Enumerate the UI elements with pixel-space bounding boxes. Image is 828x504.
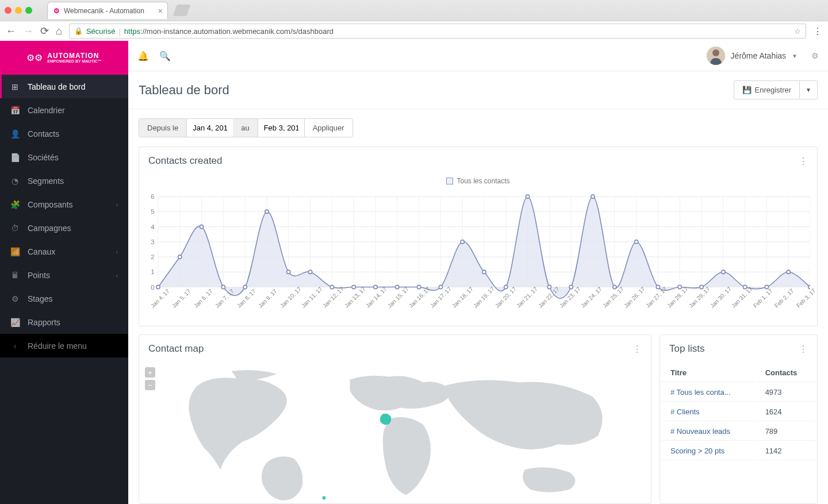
back-button[interactable]: ← (6, 25, 16, 37)
nav-label: Stages (28, 294, 53, 303)
svg-point-53 (287, 270, 290, 274)
to-date-input[interactable] (258, 119, 304, 137)
table-row[interactable]: # Nouveaux leads789 (661, 422, 816, 441)
tab-close-icon[interactable]: × (158, 6, 163, 16)
collapse-menu-button[interactable]: ‹ Réduire le menu (0, 334, 128, 357)
list-title: # Clients (661, 403, 755, 421)
forward-button[interactable]: → (23, 25, 33, 37)
user-menu[interactable]: Jérôme Atahias ▼ ⚙ (707, 47, 819, 65)
save-icon: 💾 (742, 86, 752, 94)
panel-menu-icon[interactable]: ⋮ (799, 156, 808, 167)
window-minimize-button[interactable] (15, 7, 22, 14)
legend-label: Tous les contacts (457, 177, 509, 185)
svg-point-60 (439, 285, 442, 288)
nav-icon: 📅 (10, 106, 20, 115)
svg-point-50 (221, 285, 225, 288)
svg-point-70 (656, 285, 660, 288)
sidebar-item-canaux[interactable]: 📶Canaux› (0, 240, 128, 263)
svg-text:1: 1 (151, 268, 154, 275)
brand-sub: EMPOWERED BY MAUTIC™ (47, 59, 101, 63)
panel-menu-icon[interactable]: ⋮ (632, 344, 642, 355)
main-content: 🔔 🔍 Jérôme Atahias ▼ ⚙ Tableau de bord 💾… (128, 41, 828, 504)
nav-icon: 👤 (10, 129, 20, 138)
nav-icon: ⊞ (10, 82, 20, 91)
nav-label: Contacts (28, 129, 59, 138)
save-button[interactable]: 💾 Enregistrer (734, 80, 800, 99)
avatar (707, 47, 725, 65)
browser-tab[interactable]: ⚙ Webmecanik - Automation × (47, 2, 168, 19)
chevron-right-icon: › (116, 201, 118, 208)
settings-icon[interactable]: ⚙ (811, 51, 819, 60)
nav-label: Segments (28, 176, 64, 186)
sidebar-item-composants[interactable]: 🧩Composants› (0, 193, 128, 216)
svg-point-47 (156, 285, 160, 288)
sidebar-item-campagnes[interactable]: ⏱Campagnes (0, 216, 128, 240)
svg-point-67 (591, 195, 595, 198)
window-close-button[interactable] (5, 7, 12, 14)
nav-icon: 📈 (10, 318, 20, 327)
bookmark-icon[interactable]: ☆ (794, 27, 801, 36)
nav-label: Campagnes (28, 224, 71, 233)
sidebar-item-points[interactable]: 🖩Points› (0, 263, 128, 287)
sidebar-item-calendrier[interactable]: 📅Calendrier (0, 98, 128, 122)
new-tab-button[interactable] (172, 5, 190, 16)
sidebar-item-tableau-de-bord[interactable]: ⊞Tableau de bord (0, 75, 128, 98)
table-row[interactable]: # Tous les conta...4973 (661, 383, 816, 402)
top-lists-panel: Top lists ⋮ Titre Contacts # Tous les co… (660, 334, 818, 504)
sidebar-item-rapports[interactable]: 📈Rapports (0, 310, 128, 334)
svg-point-49 (200, 225, 203, 228)
chevron-left-icon: ‹ (10, 341, 20, 351)
caret-down-icon: ▼ (806, 87, 811, 93)
panel-title: Contact map (148, 343, 204, 355)
tab-title: Webmecanik - Automation (64, 7, 144, 15)
favicon-icon: ⚙ (52, 7, 60, 15)
chart-legend[interactable]: Tous les contacts (146, 175, 810, 187)
browser-menu-icon[interactable]: ⋮ (813, 26, 822, 37)
nav-label: Rapports (28, 318, 60, 327)
svg-point-58 (396, 285, 399, 288)
svg-text:4: 4 (151, 224, 155, 230)
reload-button[interactable]: ⟳ (40, 25, 49, 37)
notifications-icon[interactable]: 🔔 (137, 51, 149, 61)
svg-point-78 (323, 496, 326, 499)
table-row[interactable]: # Clients1624 (661, 403, 816, 421)
apply-button[interactable]: Appliquer (304, 119, 352, 137)
sidebar-item-sociétés[interactable]: 📄Sociétés (0, 145, 128, 169)
save-label: Enregistrer (755, 86, 792, 94)
panel-menu-icon[interactable]: ⋮ (799, 344, 808, 355)
svg-point-64 (526, 195, 529, 198)
svg-text:3: 3 (151, 238, 154, 245)
world-map[interactable] (139, 363, 651, 503)
address-bar[interactable]: 🔒 Sécurisé | https://mon-instance.automa… (69, 24, 806, 39)
table-row[interactable]: Scoring > 20 pts1142 (661, 442, 816, 460)
zoom-in-button[interactable]: + (145, 367, 155, 378)
svg-point-51 (243, 285, 247, 288)
col-title: Titre (661, 364, 755, 382)
svg-point-56 (352, 285, 355, 288)
svg-point-72 (700, 285, 703, 288)
nav-label: Canaux (28, 247, 55, 256)
list-title: Scoring > 20 pts (661, 442, 755, 460)
zoom-out-button[interactable]: − (145, 380, 155, 390)
brand-logo[interactable]: ⚙⚙ AUTOMATION EMPOWERED BY MAUTIC™ (0, 41, 128, 75)
save-dropdown-button[interactable]: ▼ (800, 80, 818, 99)
browser-chrome: ⚙ Webmecanik - Automation × ← → ⟳ ⌂ 🔒 Sé… (0, 0, 828, 41)
sidebar-item-contacts[interactable]: 👤Contacts (0, 122, 128, 145)
from-date-input[interactable] (187, 119, 233, 137)
nav-label: Composants (28, 200, 73, 209)
search-icon[interactable]: 🔍 (159, 51, 171, 61)
sidebar-item-stages[interactable]: ⚙Stages (0, 287, 128, 310)
svg-text:2: 2 (151, 253, 154, 260)
svg-point-73 (722, 270, 725, 274)
map-highlight-france (380, 414, 392, 425)
sidebar-item-segments[interactable]: ◔Segments (0, 169, 128, 193)
line-chart: 0123456 (146, 187, 810, 302)
svg-point-52 (265, 210, 269, 213)
home-button[interactable]: ⌂ (56, 25, 62, 37)
date-filter: Depuis le au Appliquer (139, 118, 353, 137)
svg-point-63 (504, 285, 508, 288)
secure-label: Sécurisé (86, 27, 116, 36)
nav-icon: 🧩 (10, 200, 20, 209)
window-maximize-button[interactable] (25, 7, 32, 14)
nav-icon: 🖩 (10, 271, 20, 280)
